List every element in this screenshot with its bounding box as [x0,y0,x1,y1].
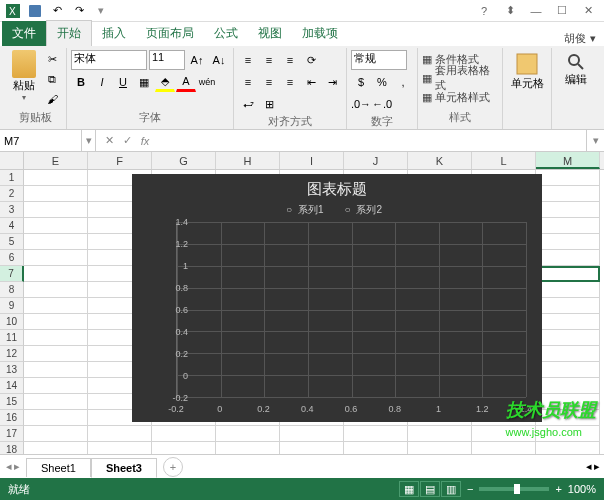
copy-icon[interactable]: ⧉ [42,70,62,88]
fx-icon[interactable]: fx [138,135,152,147]
row-header-9[interactable]: 9 [0,298,24,314]
help-icon[interactable]: ? [472,2,496,20]
chart-title[interactable]: 图表标题 [132,174,542,203]
cell-K17[interactable] [408,426,472,442]
cell-M14[interactable] [536,378,600,394]
cell-M7[interactable] [536,266,600,282]
row-header-11[interactable]: 11 [0,330,24,346]
border-button[interactable]: ▦ [134,72,154,92]
italic-button[interactable]: I [92,72,112,92]
font-color-button[interactable]: A [176,72,196,92]
cell-M16[interactable] [536,410,600,426]
cell-F18[interactable] [88,442,152,454]
cell-E3[interactable] [24,202,88,218]
col-header-K[interactable]: K [408,152,472,169]
cell-E1[interactable] [24,170,88,186]
tab-layout[interactable]: 页面布局 [136,21,204,46]
chart-plot-area[interactable] [176,222,526,398]
cell-M2[interactable] [536,186,600,202]
add-sheet-button[interactable]: + [163,457,183,477]
cell-E6[interactable] [24,250,88,266]
increase-font-icon[interactable]: A↑ [187,50,207,70]
row-header-14[interactable]: 14 [0,378,24,394]
zoom-slider[interactable] [479,487,549,491]
number-format-select[interactable]: 常规 [351,50,407,70]
embedded-chart[interactable]: 图表标题 ○系列1 ○系列2 1.41.210.80.60.40.20-0.2-… [132,174,542,422]
cell-E5[interactable] [24,234,88,250]
user-name[interactable]: 胡俊 ▾ [564,31,596,46]
cell-J18[interactable] [344,442,408,454]
cell-E16[interactable] [24,410,88,426]
merge-icon[interactable]: ⊞ [259,94,279,114]
zoom-in-icon[interactable]: + [555,483,561,495]
tab-addins[interactable]: 加载项 [292,21,348,46]
select-all-corner[interactable] [0,152,24,169]
decrease-decimal-icon[interactable]: ←.0 [372,94,392,114]
undo-icon[interactable]: ↶ [48,2,66,20]
hscroll-right-icon[interactable]: ▸ [594,460,600,473]
cell-M12[interactable] [536,346,600,362]
cells-button[interactable]: 单元格 [507,50,547,127]
cell-M9[interactable] [536,298,600,314]
cell-G18[interactable] [152,442,216,454]
tab-file[interactable]: 文件 [2,21,46,46]
enter-icon[interactable]: ✓ [120,134,134,147]
view-pagebreak-icon[interactable]: ▥ [441,481,461,497]
comma-icon[interactable]: , [393,72,413,92]
col-header-G[interactable]: G [152,152,216,169]
cell-I18[interactable] [280,442,344,454]
cells-area[interactable]: 图表标题 ○系列1 ○系列2 1.41.210.80.60.40.20-0.2-… [24,170,604,454]
cell-J17[interactable] [344,426,408,442]
cell-E17[interactable] [24,426,88,442]
cell-M8[interactable] [536,282,600,298]
row-header-12[interactable]: 12 [0,346,24,362]
align-middle-icon[interactable]: ≡ [259,50,279,70]
percent-icon[interactable]: % [372,72,392,92]
cell-H18[interactable] [216,442,280,454]
cell-M11[interactable] [536,330,600,346]
sheet-tab-1[interactable]: Sheet1 [26,458,91,477]
align-left-icon[interactable]: ≡ [238,72,258,92]
minimize-icon[interactable]: — [524,2,548,20]
align-center-icon[interactable]: ≡ [259,72,279,92]
font-name-select[interactable]: 宋体 [71,50,147,70]
row-header-4[interactable]: 4 [0,218,24,234]
align-bottom-icon[interactable]: ≡ [280,50,300,70]
cell-E18[interactable] [24,442,88,454]
view-normal-icon[interactable]: ▦ [399,481,419,497]
currency-icon[interactable]: $ [351,72,371,92]
row-header-1[interactable]: 1 [0,170,24,186]
row-header-10[interactable]: 10 [0,314,24,330]
table-format-button[interactable]: ▦ 套用表格格式 [422,69,498,87]
orientation-icon[interactable]: ⟳ [301,50,321,70]
cell-E4[interactable] [24,218,88,234]
cell-G17[interactable] [152,426,216,442]
cell-E14[interactable] [24,378,88,394]
col-header-I[interactable]: I [280,152,344,169]
chart-legend[interactable]: ○系列1 ○系列2 [132,203,542,221]
cell-M10[interactable] [536,314,600,330]
tab-formulas[interactable]: 公式 [204,21,248,46]
paste-button[interactable]: 粘贴 ▾ [8,50,40,110]
cell-L18[interactable] [472,442,536,454]
hscroll-left-icon[interactable]: ◂ [586,460,592,473]
cell-E8[interactable] [24,282,88,298]
find-button[interactable]: 编辑 [556,50,596,127]
tab-insert[interactable]: 插入 [92,21,136,46]
decrease-font-icon[interactable]: A↓ [209,50,229,70]
row-header-16[interactable]: 16 [0,410,24,426]
underline-button[interactable]: U [113,72,133,92]
col-header-H[interactable]: H [216,152,280,169]
row-header-18[interactable]: 18 [0,442,24,454]
cell-E7[interactable] [24,266,88,282]
cell-M1[interactable] [536,170,600,186]
row-header-7[interactable]: 7 [0,266,24,282]
qat-dropdown-icon[interactable]: ▾ [92,2,110,20]
cell-E10[interactable] [24,314,88,330]
cell-M4[interactable] [536,218,600,234]
increase-decimal-icon[interactable]: .0→ [351,94,371,114]
sheet-nav-last-icon[interactable]: ▸ [14,460,20,473]
row-header-5[interactable]: 5 [0,234,24,250]
redo-icon[interactable]: ↷ [70,2,88,20]
col-header-J[interactable]: J [344,152,408,169]
